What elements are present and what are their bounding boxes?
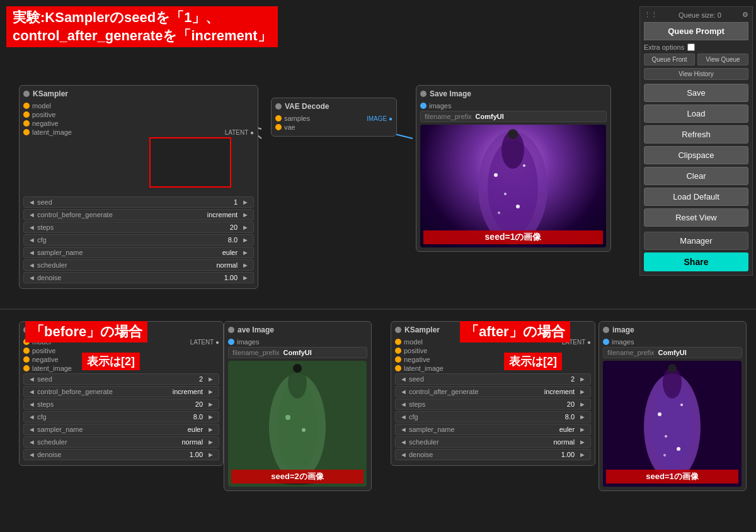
- bl-param-control-before[interactable]: ◄ control_before_generate increment ►: [23, 386, 219, 397]
- load-default-button[interactable]: Load Default: [644, 188, 748, 206]
- reset-view-button[interactable]: Reset View: [644, 208, 748, 227]
- bl-param-denoise[interactable]: ◄ denoise 1.00 ►: [23, 449, 219, 460]
- scheduler-value-top: normal: [214, 261, 240, 269]
- br-param-scheduler[interactable]: ◄ scheduler normal ►: [395, 436, 591, 448]
- param-cfg[interactable]: ◄ cfg 8.0 ►: [23, 234, 254, 246]
- bl-scheduler-arrow-left[interactable]: ◄: [26, 438, 37, 446]
- br-param-seed[interactable]: ◄ seed 2 ►: [395, 373, 591, 385]
- manager-button[interactable]: Manager: [644, 232, 748, 250]
- seed-value-top: 1: [231, 198, 240, 206]
- sampler-name-arrow-left[interactable]: ◄: [26, 249, 37, 256]
- svg-point-31: [677, 447, 680, 451]
- extra-options-checkbox[interactable]: [687, 43, 695, 51]
- dot-samples: [275, 115, 282, 122]
- clipspace-button[interactable]: Clipspace: [644, 146, 748, 164]
- param-denoise[interactable]: ◄ denoise 1.00 ►: [23, 272, 254, 283]
- br-param-cfg[interactable]: ◄ cfg 8.0 ►: [395, 411, 591, 422]
- bl-sampler-arrow-left[interactable]: ◄: [26, 426, 37, 433]
- save-button[interactable]: Save: [644, 84, 748, 102]
- br-cfg-arrow-left[interactable]: ◄: [398, 413, 409, 421]
- br-cfg-arrow-right[interactable]: ►: [577, 413, 588, 421]
- view-queue-button[interactable]: View Queue: [697, 54, 748, 65]
- bl-param-steps[interactable]: ◄ steps 20 ►: [23, 399, 219, 410]
- scheduler-arrow-left[interactable]: ◄: [26, 261, 37, 269]
- bottle-svg-top: [420, 125, 606, 247]
- denoise-arrow-right[interactable]: ►: [240, 274, 251, 281]
- view-history-button[interactable]: View History: [644, 68, 748, 80]
- filename-value-top: ComfyUI: [476, 113, 504, 120]
- br-steps-arrow-right[interactable]: ►: [577, 400, 588, 408]
- bl-denoise-arrow-left[interactable]: ◄: [26, 451, 37, 458]
- ksampler-node-bottom-right: KSampler model LATENT ● positive negativ…: [391, 321, 595, 466]
- after-sublabel: 表示は[2]: [504, 353, 562, 370]
- bl-dot-images: [228, 339, 234, 345]
- bl-seed-arrow-right[interactable]: ►: [205, 375, 216, 383]
- latent-box: [149, 137, 231, 188]
- param-seed[interactable]: ◄ seed 1 ►: [23, 196, 254, 208]
- cfg-arrow-left[interactable]: ◄: [26, 236, 37, 244]
- bl-steps-arrow-left[interactable]: ◄: [26, 400, 37, 408]
- br-seed-arrow-left[interactable]: ◄: [398, 375, 409, 383]
- br-sampler-arrow-right[interactable]: ►: [577, 426, 588, 433]
- denoise-arrow-left[interactable]: ◄: [26, 274, 37, 281]
- bl-scheduler-arrow-right[interactable]: ►: [205, 438, 216, 446]
- br-dot-negative: [395, 356, 401, 363]
- param-scheduler[interactable]: ◄ scheduler normal ►: [23, 259, 254, 271]
- vae-decode-node-top: VAE Decode samples IMAGE ● vae: [271, 98, 397, 137]
- br-dot-model: [395, 339, 401, 345]
- gear-icon[interactable]: ⚙: [742, 11, 748, 19]
- vae-decode-header: VAE Decode: [275, 102, 392, 111]
- control-before-arrow-left[interactable]: ◄: [26, 211, 37, 218]
- br-param-sampler[interactable]: ◄ sampler_name euler ►: [395, 424, 591, 435]
- bl-param-cfg[interactable]: ◄ cfg 8.0 ►: [23, 411, 219, 422]
- br-steps-arrow-left[interactable]: ◄: [398, 400, 409, 408]
- param-steps[interactable]: ◄ steps 20 ►: [23, 222, 254, 233]
- steps-arrow-left[interactable]: ◄: [26, 224, 37, 231]
- param-control-before[interactable]: ◄ control_before_generate increment ►: [23, 209, 254, 220]
- bl-steps-arrow-right[interactable]: ►: [205, 400, 216, 408]
- svg-point-8: [508, 129, 518, 139]
- clear-button[interactable]: Clear: [644, 167, 748, 185]
- save-image-dot-br: [603, 327, 609, 333]
- br-denoise-arrow-left[interactable]: ◄: [398, 451, 409, 458]
- br-control-arrow-right[interactable]: ►: [577, 388, 588, 395]
- seed-arrow-right[interactable]: ►: [240, 198, 251, 206]
- br-param-steps[interactable]: ◄ steps 20 ►: [395, 399, 591, 410]
- bl-sampler-arrow-right[interactable]: ►: [205, 426, 216, 433]
- bl-filename-label: filename_prefix: [232, 349, 280, 356]
- bl-param-scheduler[interactable]: ◄ scheduler normal ►: [23, 436, 219, 448]
- bl-denoise-arrow-right[interactable]: ►: [205, 451, 216, 458]
- br-sampler-arrow-left[interactable]: ◄: [398, 426, 409, 433]
- bl-param-seed[interactable]: ◄ seed 2 ►: [23, 373, 219, 385]
- scheduler-arrow-right[interactable]: ►: [240, 261, 251, 269]
- bl-param-sampler[interactable]: ◄ sampler_name euler ►: [23, 424, 219, 435]
- param-sampler-name[interactable]: ◄ sampler_name euler ►: [23, 247, 254, 258]
- br-param-control-after[interactable]: ◄ control_after_generate increment ►: [395, 386, 591, 397]
- share-button[interactable]: Share: [644, 252, 748, 271]
- control-before-arrow-right[interactable]: ►: [240, 211, 251, 218]
- bl-control-arrow-left[interactable]: ◄: [26, 388, 37, 395]
- bl-cfg-arrow-left[interactable]: ◄: [26, 413, 37, 421]
- br-scheduler-arrow-left[interactable]: ◄: [398, 438, 409, 446]
- sampler-name-arrow-right[interactable]: ►: [240, 249, 251, 256]
- queue-front-button[interactable]: Queue Front: [644, 54, 695, 65]
- seed-arrow-left[interactable]: ◄: [26, 198, 37, 206]
- load-button[interactable]: Load: [644, 105, 748, 123]
- control-before-value-top: increment: [205, 211, 240, 218]
- br-denoise-arrow-right[interactable]: ►: [577, 451, 588, 458]
- br-control-arrow-left[interactable]: ◄: [398, 388, 409, 395]
- br-denoise-value: 1.00: [559, 451, 577, 458]
- br-param-denoise[interactable]: ◄ denoise 1.00 ►: [395, 449, 591, 460]
- save-image-header-bl: ave Image: [228, 325, 367, 334]
- br-seed-arrow-right[interactable]: ►: [577, 375, 588, 383]
- refresh-button[interactable]: Refresh: [644, 125, 748, 144]
- bl-cfg-arrow-right[interactable]: ►: [205, 413, 216, 421]
- br-scheduler-arrow-right[interactable]: ►: [577, 438, 588, 446]
- cfg-arrow-right[interactable]: ►: [240, 236, 251, 244]
- bl-control-arrow-right[interactable]: ►: [205, 388, 216, 395]
- before-banner: 「before」の場合: [25, 321, 147, 342]
- queue-prompt-button[interactable]: Queue Prompt: [644, 22, 748, 40]
- bl-seed-arrow-left[interactable]: ◄: [26, 375, 37, 383]
- steps-arrow-right[interactable]: ►: [240, 224, 251, 231]
- svg-point-10: [523, 164, 525, 167]
